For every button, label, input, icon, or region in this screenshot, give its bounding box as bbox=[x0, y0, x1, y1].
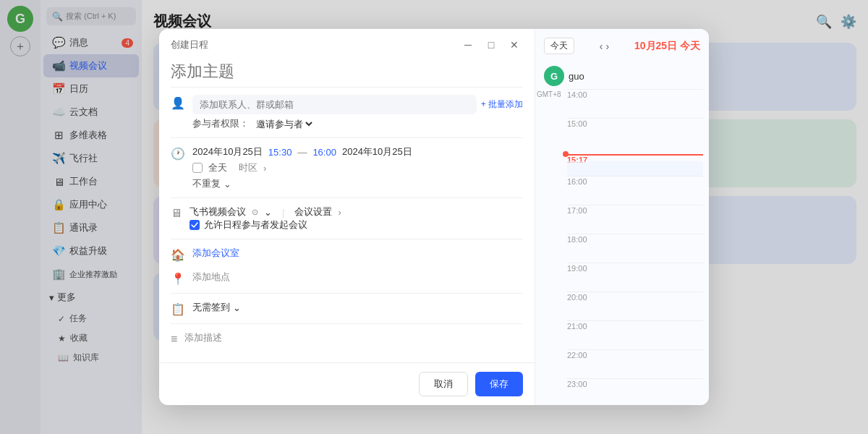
desc-section: ≡ 添加描述 bbox=[159, 327, 535, 350]
dialog-footer: 取消 保存 bbox=[159, 362, 535, 405]
permission-select[interactable]: 邀请参与者 bbox=[253, 118, 315, 130]
timeline-23: 23:00 bbox=[535, 378, 709, 405]
calendar-header: 今天 ‹ › 10月25日 今天 bbox=[535, 29, 709, 60]
dialog-title: 创建日程 bbox=[171, 38, 208, 51]
add-room-button[interactable]: 添加会议室 bbox=[192, 247, 239, 260]
add-location-button[interactable]: 添加地点 bbox=[192, 271, 230, 284]
time-21: 21:00 bbox=[567, 322, 587, 331]
conf-section: 🖥 飞书视频会议 ⊙ ⌄ | 会议设置 › bbox=[159, 201, 535, 236]
attendee-input[interactable] bbox=[192, 95, 477, 114]
prev-month-button[interactable]: ‹ bbox=[600, 41, 603, 52]
time-23: 23:00 bbox=[567, 380, 587, 388]
permission-row: 参与者权限： 邀请参与者 bbox=[192, 117, 523, 130]
conf-label: 飞书视频会议 bbox=[190, 205, 246, 218]
timeline-17: 17:00 bbox=[535, 205, 709, 234]
save-button[interactable]: 保存 bbox=[475, 372, 523, 396]
gmt-label: GMT+8 bbox=[537, 90, 561, 98]
time-22: 22:00 bbox=[567, 351, 587, 359]
time-separator: — bbox=[297, 147, 307, 158]
username-label: guo bbox=[569, 71, 584, 82]
minimize-button[interactable]: ─ bbox=[459, 36, 477, 54]
calendar-nav: ‹ › bbox=[600, 41, 609, 52]
conf-settings-chevron: › bbox=[338, 207, 341, 218]
dialog-controls: ─ □ ✕ bbox=[459, 36, 523, 54]
time-18: 18:00 bbox=[567, 235, 587, 244]
batch-add-button[interactable]: + 批量添加 bbox=[481, 98, 523, 111]
conf-settings-button[interactable]: 会议设置 bbox=[294, 205, 332, 218]
conf-content: 飞书视频会议 ⊙ ⌄ | 会议设置 › bbox=[190, 205, 523, 231]
next-month-button[interactable]: › bbox=[605, 41, 609, 52]
desc-icon: ≡ bbox=[171, 331, 177, 346]
timeline-18: 18:00 bbox=[535, 234, 709, 263]
allow-label: 允许日程参与者发起会议 bbox=[204, 218, 307, 231]
allow-checkbox[interactable] bbox=[190, 220, 200, 230]
timeline-21: 21:00 bbox=[535, 320, 709, 349]
timeline-14: GMT+8 14:00 bbox=[535, 89, 709, 118]
time-15: 15:00 bbox=[567, 119, 587, 128]
allow-row: 允许日程参与者发起会议 bbox=[190, 218, 523, 231]
time-14: 14:00 bbox=[567, 90, 587, 99]
close-button[interactable]: ✕ bbox=[506, 36, 523, 54]
attendee-content: + 批量添加 参与者权限： 邀请参与者 bbox=[192, 95, 523, 130]
location-icon: 📍 bbox=[171, 271, 185, 286]
timeline-22: 22:00 bbox=[535, 349, 709, 378]
date-start[interactable]: 2024年10月25日 bbox=[192, 145, 263, 158]
conf-circle-icon: ⊙ bbox=[252, 208, 258, 217]
add-location-section: 📍 添加地点 bbox=[159, 266, 535, 290]
conf-select-button[interactable]: ⌄ bbox=[264, 207, 272, 218]
timeline-current: 15:17 bbox=[535, 147, 709, 176]
create-schedule-dialog: 创建日程 ─ □ ✕ 👤 + 批量添加 bbox=[159, 29, 709, 405]
date-end[interactable]: 2024年10月25日 bbox=[342, 145, 412, 158]
cancel-button[interactable]: 取消 bbox=[419, 372, 468, 396]
time-20: 20:00 bbox=[567, 293, 587, 302]
calendar-panel: 今天 ‹ › 10月25日 今天 G guo GMT+8 14:00 bbox=[535, 29, 709, 405]
repeat-row: 不重复 ⌄ bbox=[192, 177, 523, 190]
conf-dropdown-chevron: ⌄ bbox=[264, 207, 272, 218]
dialog-titlebar: 创建日程 ─ □ ✕ bbox=[159, 29, 535, 54]
allday-label: 全天 bbox=[208, 161, 227, 174]
calendar-date-label[interactable]: 10月25日 今天 bbox=[634, 40, 700, 53]
subject-input[interactable] bbox=[159, 54, 535, 84]
conf-icon: 🖥 bbox=[171, 205, 182, 220]
today-button[interactable]: 今天 bbox=[544, 38, 574, 54]
rsvp-select[interactable]: 无需签到 ⌄ bbox=[192, 301, 241, 314]
time-content: 2024年10月25日 15:30 — 16:00 2024年10月25日 全天… bbox=[192, 145, 523, 190]
time-19: 19:00 bbox=[567, 264, 587, 273]
add-room-section: 🏠 添加会议室 bbox=[159, 242, 535, 266]
time-17: 17:00 bbox=[567, 206, 587, 215]
timeline-19: 19:00 bbox=[535, 263, 709, 292]
time-section: 🕐 2024年10月25日 15:30 — 16:00 2024年10月25日 … bbox=[159, 141, 535, 195]
timeline-15: 15:00 bbox=[535, 118, 709, 147]
attendee-icon: 👤 bbox=[171, 95, 185, 110]
attendee-input-row: + 批量添加 bbox=[192, 95, 523, 114]
calendar-timeline: GMT+8 14:00 15:00 15:17 bbox=[535, 89, 709, 405]
attendee-section: 👤 + 批量添加 参与者权限： 邀请参与者 bbox=[159, 90, 535, 135]
rsvp-label: 无需签到 bbox=[192, 301, 230, 314]
allday-checkbox[interactable] bbox=[192, 163, 203, 173]
time-end[interactable]: 16:00 bbox=[312, 147, 336, 158]
rsvp-icon: 📋 bbox=[171, 301, 185, 316]
permission-label: 参与者权限： bbox=[192, 117, 249, 130]
add-desc-button[interactable]: 添加描述 bbox=[184, 331, 222, 344]
rsvp-chevron-icon: ⌄ bbox=[233, 302, 241, 313]
conf-divider: | bbox=[282, 207, 284, 218]
clock-icon: 🕐 bbox=[171, 145, 185, 161]
timezone-chevron-icon: › bbox=[263, 163, 266, 174]
time-16: 16:00 bbox=[567, 177, 587, 186]
repeat-chevron-icon: ⌄ bbox=[224, 179, 231, 190]
timeline-16: 16:00 bbox=[535, 176, 709, 205]
calendar-user-row: G guo bbox=[535, 60, 709, 89]
rsvp-section: 📋 无需签到 ⌄ bbox=[159, 297, 535, 320]
maximize-button[interactable]: □ bbox=[482, 36, 500, 54]
timezone-label: 时区 bbox=[239, 161, 258, 174]
conf-row: 飞书视频会议 ⊙ ⌄ | 会议设置 › bbox=[190, 205, 523, 218]
user-avatar: G bbox=[544, 66, 564, 86]
time-start[interactable]: 15:30 bbox=[268, 147, 292, 158]
repeat-label: 不重复 bbox=[192, 177, 221, 190]
dialog-overlay: 创建日程 ─ □ ✕ 👤 + 批量添加 bbox=[0, 0, 868, 434]
timeline-20: 20:00 bbox=[535, 292, 709, 320]
time-row: 2024年10月25日 15:30 — 16:00 2024年10月25日 bbox=[192, 145, 523, 158]
allday-row: 全天 时区 › bbox=[192, 161, 523, 174]
dialog-form: 创建日程 ─ □ ✕ 👤 + 批量添加 bbox=[159, 29, 535, 405]
room-icon: 🏠 bbox=[171, 247, 185, 262]
